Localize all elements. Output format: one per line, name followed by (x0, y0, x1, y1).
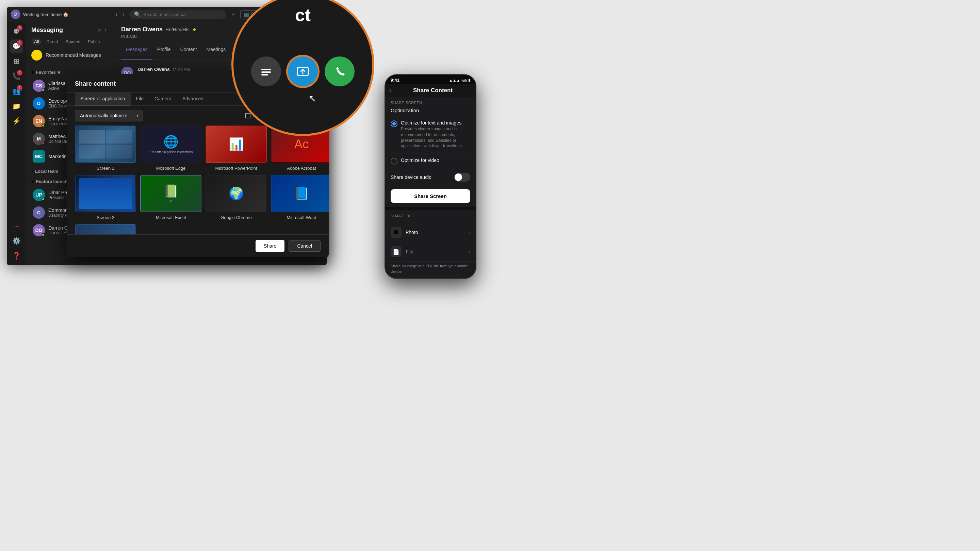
chat-title-row: Darren Owens He/Him/His ★ (121, 26, 197, 33)
chat-header-left: Darren Owens He/Him/His ★ In a Call (121, 26, 197, 39)
svg-rect-2 (261, 74, 268, 76)
nav-help[interactable]: ❓ (10, 249, 23, 263)
forward-btn[interactable]: › (121, 11, 126, 18)
cancel-button[interactable]: Cancel (288, 240, 321, 252)
nav-settings[interactable]: ⚙️ (10, 234, 23, 248)
share-device-audio-row: Share device audio (385, 169, 476, 185)
tab-meetings[interactable]: Meetings (202, 43, 231, 60)
optimize-label: Automatically optimize (80, 113, 127, 118)
nav-files[interactable]: 📁 (10, 99, 23, 113)
dialog-tab-file[interactable]: File (130, 92, 150, 105)
phone-status-icons: ▲▲▲ wifi ▮ (449, 78, 470, 82)
phone-option-text-images[interactable]: Optimize for text and images Provides cl… (391, 118, 470, 152)
zoom-overlay: ct ↖ (231, 0, 374, 136)
filter-all[interactable]: All (31, 38, 41, 45)
app-item-screen1[interactable]: Screen 1 (75, 125, 136, 171)
phone-option-video[interactable]: Optimize for video (391, 155, 470, 167)
msg-sender: Darren Owens (137, 67, 170, 72)
nav-activity[interactable]: ⚉5 (10, 24, 23, 38)
zoom-buttons (251, 56, 355, 86)
zoom-add-btn[interactable] (251, 56, 281, 86)
chat-pronouns: He/Him/His (165, 27, 189, 32)
app-item-excel[interactable]: 📗 X Microsoft Excel (140, 175, 202, 220)
photo-icon: 🖼 (391, 227, 401, 238)
share-button[interactable]: Share (256, 240, 285, 252)
chevron-right-icon: › (31, 168, 33, 174)
share-device-audio-label: Share device audio (391, 175, 431, 180)
device-audio-toggle[interactable] (454, 173, 470, 182)
dialog-tab-advanced[interactable]: Advanced (177, 92, 209, 105)
app-grid: Screen 1 🌐 10x better in-person interact… (67, 125, 329, 234)
photo-chevron-icon: › (469, 230, 470, 235)
nav-lightning[interactable]: ⚡ (10, 114, 23, 128)
clarissa-avatar: CS (33, 79, 45, 92)
zoom-share-btn[interactable] (288, 56, 318, 86)
chat-subtitle: In a Call (121, 34, 197, 39)
nav-icons: ⚉5 💬1 ⊞ 📞1 👥1 📁 ⚡ ⋯ ⚙️ ❓ (7, 22, 26, 265)
filter-spaces[interactable]: Spaces (63, 38, 83, 45)
nav-teams[interactable]: ⊞ (10, 54, 23, 68)
phone-file-photo[interactable]: 🖼 Photo › (385, 223, 476, 242)
radio-video[interactable] (391, 158, 398, 165)
edge-label: Microsoft Edge (156, 166, 186, 171)
umar-avatar: UP (33, 189, 45, 201)
tab-content[interactable]: Content (176, 43, 202, 60)
app-item-word[interactable]: 📘 Microsoft Word (271, 175, 329, 220)
search-bar[interactable]: 🔍 (129, 10, 226, 19)
sidebar-header: Messaging ≡ ＋ (26, 22, 114, 37)
option-video-title: Optimize for video (401, 157, 439, 163)
share-audio-checkbox[interactable] (245, 113, 250, 118)
emily-status-dot (41, 124, 45, 127)
file-label: File (406, 249, 465, 254)
star-icon: ★ (192, 27, 197, 32)
options-divider (391, 153, 470, 153)
dialog-title: Share content (75, 80, 116, 87)
recommended-messages[interactable]: ⚡ Recommended Messages (26, 47, 114, 63)
svg-rect-1 (261, 71, 271, 73)
sidebar-filter-btn[interactable]: ≡ (98, 27, 101, 34)
cursor-indicator: ↖ (308, 93, 316, 104)
app-item-screen2[interactable]: Screen 2 (75, 175, 136, 220)
darren-status-dot (41, 233, 45, 237)
phone-share-btn[interactable]: Share Screen (391, 189, 470, 203)
app-item-ppt[interactable]: 📊 Microsoft PowerPoint (205, 125, 267, 171)
sidebar-title: Messaging (31, 27, 63, 34)
nav-chat[interactable]: 💬1 (10, 40, 23, 53)
recommended-label: Recommended Messages (46, 52, 101, 58)
phone-back-btn[interactable]: ‹ (389, 87, 391, 94)
share-file-section: SHARE FILE (385, 210, 476, 223)
nav-people[interactable]: 👥1 (10, 84, 23, 98)
nav-calls[interactable]: 📞1 (10, 69, 23, 83)
zoom-phone-btn[interactable] (325, 56, 355, 86)
phone-file-file[interactable]: 📄 File › (385, 242, 476, 262)
app-item-edge[interactable]: 🌐 10x better in-person interactions Micr… (140, 125, 202, 171)
add-tab-btn[interactable]: ＋ (229, 11, 237, 17)
app-thumb-screen2 (75, 175, 136, 212)
phone-time: 9:41 (391, 78, 399, 83)
chat-title: Darren Owens (121, 26, 163, 33)
wifi-icon: wifi (461, 78, 467, 82)
app-item-chrome[interactable]: 🌍 Google Chrome (205, 175, 267, 220)
battery-icon: ▮ (468, 78, 470, 82)
divider-1 (26, 65, 114, 65)
tab-messages[interactable]: Messages (121, 43, 153, 60)
filter-direct[interactable]: Direct (43, 38, 60, 45)
radio-text-images[interactable] (391, 121, 398, 127)
dialog-tab-camera[interactable]: Camera (149, 92, 177, 105)
nav-more[interactable]: ⋯ (10, 219, 23, 233)
back-btn[interactable]: ‹ (113, 11, 119, 18)
search-input[interactable] (143, 12, 221, 17)
phone-screen-title: Share Content (394, 87, 472, 94)
emily-avatar: EN (33, 115, 45, 127)
app-thumb-screen1 (75, 125, 136, 163)
msg-time: 11:23 AM (172, 67, 190, 72)
common-avatar: C (33, 206, 45, 219)
option-text-images-title: Optimize for text and images (401, 120, 470, 125)
app-item-webex[interactable]: 🎥 WebEx (75, 224, 136, 234)
matthew-avatar: M (33, 133, 45, 145)
filter-public[interactable]: Public (85, 38, 102, 45)
dialog-tab-screen[interactable]: Screen or application (75, 92, 130, 105)
tab-profile[interactable]: Profile (153, 43, 176, 60)
optimize-dropdown[interactable]: Automatically optimize ▾ (75, 110, 143, 121)
sidebar-new-btn[interactable]: ＋ (103, 27, 108, 34)
